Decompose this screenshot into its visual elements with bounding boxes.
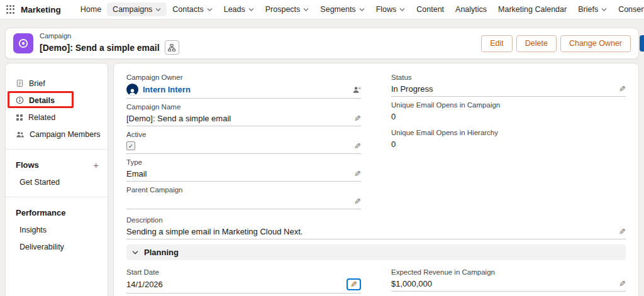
sidebar-item-get-started[interactable]: Get Started [6,173,108,190]
hierarchy-icon [168,44,175,52]
nav-item-analytics[interactable]: Analytics [450,3,492,16]
field-status: Status In Progress ✎ [391,74,626,97]
nav-item-flows[interactable]: Flows [370,3,411,16]
flows-section-header: Flows + [6,156,108,173]
chevron-down-icon [207,8,213,11]
people-icon [16,131,25,138]
nav-item-consent[interactable]: Consent [613,3,644,16]
planning-section-header[interactable]: Planning [126,244,626,260]
page-title: [Demo]: Send a simple email [40,43,160,53]
chevron-down-icon [601,8,607,11]
checkmark-icon: ✓ [128,143,133,150]
nav-item-segments[interactable]: Segments [314,3,370,16]
nav-tabs: Home Campaigns Contacts Leads Prospects … [75,0,644,19]
edit-icon[interactable]: ✎ [619,280,626,288]
edit-icon[interactable]: ✎ [354,170,361,178]
field-type: Type Email ✎ [126,158,361,182]
edit-button[interactable]: Edit [481,35,513,52]
app-launcher-icon[interactable] [6,5,14,14]
focused-edit-button[interactable]: ✎ [347,278,361,290]
field-unique-email-opens-hierarchy: Unique Email Opens in Hierarchy 0 [391,129,626,152]
edit-icon[interactable]: ✎ [354,197,361,206]
global-navigation-bar: Marketing Home Campaigns Contacts Leads … [0,0,644,19]
nav-item-campaigns[interactable]: Campaigns [107,3,167,16]
field-unique-email-opens-campaign: Unique Email Opens in Campaign 0 [391,101,626,124]
info-icon [16,96,24,104]
record-title-block: Campaign [Demo]: Send a simple email [40,32,179,55]
field-description: Description Sending a simple email in Ma… [126,216,626,239]
field-parent-campaign: Parent Campaign ✎ [126,186,361,209]
field-campaign-owner: Campaign Owner Intern Intern [126,74,361,99]
chevron-down-icon [132,251,138,255]
chevron-down-icon [248,8,254,11]
record-header: Campaign [Demo]: Send a simple email Edi… [5,28,639,59]
avatar [126,84,138,96]
divider [6,197,108,197]
nav-item-leads[interactable]: Leads [218,3,260,16]
sidebar-item-insights[interactable]: Insights [6,221,108,238]
edit-icon: ✎ [350,280,357,288]
chevron-down-icon [359,8,365,11]
header-actions: Edit Delete Change Owner [481,35,631,52]
edit-icon[interactable]: ✎ [619,227,626,236]
field-active: Active ✓ ✎ [126,131,361,154]
sidebar-item-related[interactable]: Related [6,109,108,126]
entity-label: Campaign [40,32,179,40]
chevron-down-icon [155,8,161,11]
field-start-date: Start Date 14/1/2026 ✎ [126,268,361,293]
owner-link[interactable]: Intern Intern [143,85,191,94]
chevron-down-icon [399,8,405,11]
chevron-down-icon [303,8,309,11]
related-grid-icon [16,114,23,121]
field-expected-revenue: Expected Revenue in Campaign $1,000,000 … [391,268,626,292]
delete-button[interactable]: Delete [516,35,557,52]
change-owner-icon[interactable] [352,86,361,94]
edit-icon[interactable]: ✎ [354,142,361,150]
edit-icon[interactable]: ✎ [354,114,361,123]
nav-item-briefs[interactable]: Briefs [572,3,613,16]
performance-section-header: Performance [6,204,108,221]
nav-item-home[interactable]: Home [75,3,107,16]
sidebar-item-deliverability[interactable]: Deliverability [6,238,108,255]
sidebar-item-details[interactable]: Details [6,92,108,109]
sidebar-item-campaign-members[interactable]: Campaign Members [6,126,108,143]
campaign-icon [13,33,33,53]
view-hierarchy-button[interactable] [165,40,179,55]
cut-off-blue-button[interactable] [640,35,644,52]
add-flow-icon[interactable]: + [93,160,99,170]
nav-item-prospects[interactable]: Prospects [260,3,315,16]
field-campaign-name: Campaign Name [Demo]: Send a simple emai… [126,103,361,126]
nav-item-content[interactable]: Content [411,3,450,16]
nav-item-marketing-calendar[interactable]: Marketing Calendar [492,3,572,16]
change-owner-button[interactable]: Change Owner [560,35,631,52]
record-sidebar-nav: Brief Details Related Campaign Members F… [5,63,108,296]
divider [6,149,108,150]
sidebar-item-brief[interactable]: Brief [6,75,108,92]
record-detail-panel: Campaign Owner Intern Intern Campaign Na… [113,63,639,296]
document-icon [16,79,24,87]
edit-icon[interactable]: ✎ [619,85,626,93]
app-name: Marketing [21,5,61,14]
active-checkbox: ✓ [126,141,135,150]
nav-item-contacts[interactable]: Contacts [167,3,218,16]
